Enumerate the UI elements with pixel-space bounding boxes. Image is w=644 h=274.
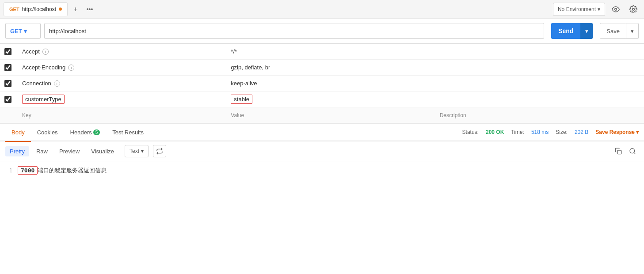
key-cell: customerType [18,92,226,107]
time-value: 518 ms [531,129,549,135]
info-icon[interactable]: i [54,80,60,87]
value-cell: */* [226,46,435,57]
key-placeholder-text: Key [22,112,31,118]
tab-headers[interactable]: Headers 5 [64,123,107,141]
checkbox-cell [0,61,18,74]
accept-encoding-key: Accept-Encoding [22,64,65,71]
desc-placeholder-text: Description [440,112,466,118]
header-row-connection: Connection i keep-alive [0,76,644,91]
svg-point-0 [615,8,617,10]
url-input[interactable] [44,23,544,39]
key-cell: Accept i [18,46,226,57]
body-tab-pretty[interactable]: Pretty [5,146,29,156]
svg-point-3 [630,148,635,153]
chevron-down-icon: ▾ [636,129,639,135]
copy-icon[interactable] [612,145,625,157]
size-value: 202 B [575,129,588,135]
connection-key: Connection [22,80,51,87]
highlighted-code-1: 7000 [18,166,38,175]
code-text-1: 端口的稳定服务器返回信息 [38,167,107,174]
response-status-info: Status: 200 OK Time: 518 ms Size: 202 B … [462,129,639,135]
header-row-accept: Accept i */* [0,44,644,60]
desc-placeholder: Description [435,110,644,121]
connection-checkbox[interactable] [4,80,11,87]
customer-type-value: stable [231,95,252,104]
save-response-button[interactable]: Save Response ▾ [595,129,639,135]
line-content-1: 7000端口的稳定服务器返回信息 [18,167,644,175]
format-value: Text [130,148,139,154]
format-selector[interactable]: Text ▾ [125,145,149,157]
unsaved-dot [59,8,62,11]
key-cell: Accept-Encoding i [18,61,226,73]
save-dropdown-button[interactable]: ▾ [626,23,639,39]
tab-test-results[interactable]: Test Results [106,123,150,141]
accept-key: Accept [22,48,40,55]
checkbox-cell [0,93,18,106]
customer-type-checkbox[interactable] [4,96,11,103]
tab-headers-label: Headers [70,129,92,136]
search-icon[interactable] [626,145,639,157]
tab-cookies[interactable]: Cookies [31,123,64,141]
desc-cell [435,49,644,54]
value-placeholder: Value [226,110,435,121]
request-bar: GET ▾ Send ▾ Save ▾ [0,19,644,44]
header-placeholder-row: Key Value Description [0,107,644,123]
method-value: GET [10,28,22,34]
value-cell: keep-alive [226,77,435,89]
value-cell: stable [226,92,435,107]
response-tabs: Body Cookies Headers 5 Test Results Stat… [0,124,644,141]
time-label: Time: [511,129,524,135]
add-tab-button[interactable]: + [69,3,82,15]
environment-label: No Environment [558,6,596,12]
body-toolbar: Pretty Raw Preview Visualize Text ▾ [0,141,644,161]
accept-encoding-checkbox[interactable] [4,64,11,71]
body-action-icons [612,145,639,157]
key-cell: Connection i [18,77,226,89]
method-selector[interactable]: GET ▾ [5,23,41,39]
status-label: Status: [462,129,479,135]
checkbox-cell [0,77,18,90]
tab-url: http://localhost [22,6,56,12]
svg-line-4 [634,152,635,154]
headers-section: Accept i */* Accept-Encoding i gzip, def… [0,44,644,124]
value-cell: gzip, deflate, br [226,61,435,73]
more-tabs-button[interactable]: ••• [84,3,96,15]
save-button[interactable]: Save [600,23,626,39]
svg-rect-2 [617,150,621,154]
size-label: Size: [556,129,568,135]
tab-bar: GET http://localhost + ••• No Environmen… [0,0,644,19]
eye-icon[interactable] [609,2,623,16]
desc-cell [435,65,644,70]
tab-right-actions: No Environment ▾ [553,2,640,16]
send-button[interactable]: Send [551,23,580,39]
tab-body-label: Body [11,129,25,136]
save-response-label: Save Response [595,129,635,135]
headers-badge: 5 [93,129,100,135]
checkbox-cell [0,46,18,58]
send-dropdown-button[interactable]: ▾ [580,23,593,39]
gear-icon[interactable] [626,2,640,16]
tab-body[interactable]: Body [5,123,31,141]
line-number-1: 1 [0,167,18,174]
info-icon[interactable]: i [42,49,49,55]
body-tab-visualize[interactable]: Visualize [87,146,118,156]
customer-type-key: customerType [22,95,65,104]
body-tab-preview[interactable]: Preview [55,146,84,156]
accept-value: */* [231,48,237,55]
header-row-customer-type: customerType stable [0,91,644,107]
chevron-down-icon: ▾ [141,148,144,154]
desc-cell [435,81,644,86]
info-icon[interactable]: i [68,65,74,71]
tab-method: GET [9,7,19,12]
chevron-down-icon: ▾ [598,6,600,12]
accept-checkbox[interactable] [4,48,11,55]
wrap-button[interactable] [153,145,166,157]
desc-cell [435,97,644,102]
tab-item[interactable]: GET http://localhost [4,2,68,16]
accept-encoding-value: gzip, deflate, br [231,64,270,71]
code-line-1: 1 7000端口的稳定服务器返回信息 [0,166,644,175]
status-value: 200 OK [486,129,504,135]
environment-selector[interactable]: No Environment ▾ [553,3,605,16]
chevron-down-icon: ▾ [24,28,27,34]
body-tab-raw[interactable]: Raw [32,146,52,156]
